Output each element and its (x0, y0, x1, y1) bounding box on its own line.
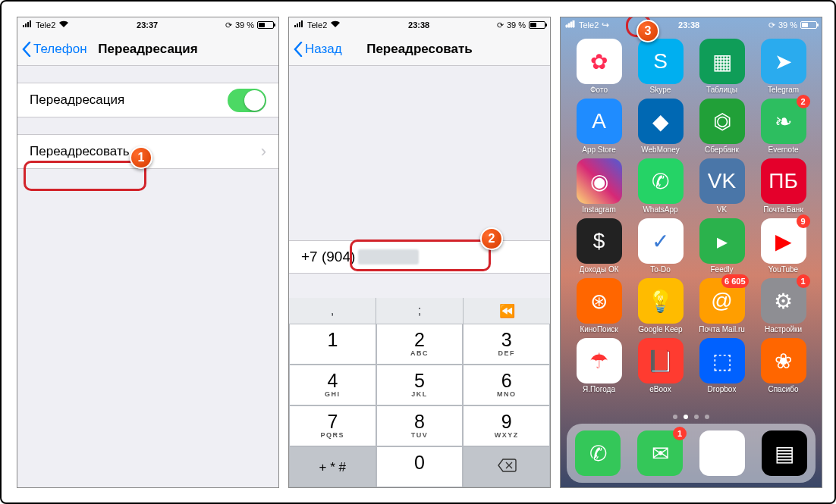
app-icon: ✆ (638, 158, 684, 204)
kp-key-2[interactable]: 2ABC (376, 324, 464, 365)
forwarding-toggle-row[interactable]: Переадресация (17, 83, 278, 117)
keypad-toolbar: , ; ⏪ (289, 298, 550, 324)
battery-label: 39 % (778, 20, 797, 30)
app-label: Почта Банк (763, 205, 803, 214)
app-Настройки[interactable]: ⚙1Настройки (754, 278, 812, 333)
app-Почта Банк[interactable]: ПБПочта Банк (754, 158, 812, 214)
app-label: Evernote (768, 146, 798, 154)
app-Почта Mail.ru[interactable]: @6 605Почта Mail.ru (693, 278, 751, 333)
status-bar: Tele2 ↪ 23:38 ⟳ 39 % (561, 17, 822, 33)
signal-icon (22, 20, 33, 30)
kp-key-1[interactable]: 1 (289, 324, 376, 365)
app-Evernote[interactable]: ❧2Evernote (754, 99, 812, 154)
app-Фото[interactable]: ✿Фото (570, 39, 628, 94)
app-Skype[interactable]: SSkype (631, 39, 690, 94)
kp-key-8[interactable]: 8TUV (376, 405, 464, 446)
kp-rewind-key[interactable]: ⏪ (464, 298, 550, 324)
forwarding-toggle-label: Переадресация (30, 92, 124, 108)
kp-pause-key[interactable]: , (289, 298, 376, 324)
app-label: Доходы ОК (580, 265, 619, 274)
app-eBoox[interactable]: 📕eBoox (631, 338, 690, 393)
app-YouTube[interactable]: ▶9YouTube (754, 218, 812, 274)
badge: 1 (673, 427, 687, 440)
app-icon: ◐ (699, 430, 745, 476)
app-Телефон[interactable]: ✆ (575, 430, 621, 476)
kp-wait-key[interactable]: ; (376, 298, 464, 324)
app-App Store[interactable]: AApp Store (570, 99, 628, 154)
kp-key-backspace[interactable] (463, 446, 550, 487)
app-label: Фото (590, 86, 608, 94)
app-icon: VK (699, 158, 745, 204)
app-Telegram[interactable]: ➤Telegram (754, 39, 812, 94)
app-label: Таблицы (706, 86, 737, 94)
app-WebMoney[interactable]: ◆WebMoney (631, 99, 690, 154)
badge: 6 605 (721, 274, 749, 288)
back-label: Телефон (33, 42, 87, 57)
kp-key-0[interactable]: 0 (376, 446, 464, 487)
chevron-right-icon: › (261, 142, 266, 161)
kp-key-symbols[interactable]: + * # (289, 446, 376, 487)
app-label: WhatsApp (643, 205, 677, 214)
app-Google Keep[interactable]: 💡Google Keep (631, 278, 690, 333)
app-label: КиноПоиск (580, 325, 618, 333)
app-icon: ▸ (699, 218, 745, 264)
clock-label: 23:38 (678, 20, 699, 30)
forwarding-switch-on[interactable] (228, 89, 266, 112)
battery-icon (529, 21, 545, 29)
kp-key-6[interactable]: 6MNO (463, 365, 550, 405)
app-Instagram[interactable]: ◉Instagram (570, 158, 628, 214)
app-icon: ▤ (762, 430, 807, 476)
app-Сбербанк[interactable]: ⏣Сбербанк (693, 99, 751, 154)
app-Сообщения[interactable]: ✉1 (637, 430, 683, 476)
back-button[interactable]: Телефон (22, 33, 87, 66)
app-icon: ⬚ (699, 338, 745, 383)
app-icon: S (638, 39, 684, 84)
app-label: Почта Mail.ru (699, 325, 745, 333)
kp-key-3[interactable]: 3DEF (463, 324, 550, 365)
signal-icon (294, 20, 304, 30)
app-Wallet[interactable]: ▤ (762, 430, 807, 476)
kp-key-7[interactable]: 7PQRS (289, 405, 376, 446)
app-icon: ⊛ (577, 278, 622, 324)
app-icon: ❀ (761, 338, 806, 383)
app-Chrome[interactable]: ◐ (699, 430, 745, 476)
app-Таблицы[interactable]: ▦Таблицы (693, 39, 751, 94)
back-label: Назад (305, 42, 342, 57)
app-icon: A (577, 99, 622, 144)
kp-key-9[interactable]: 9WXYZ (463, 405, 550, 446)
phone-number-input[interactable]: +7 (904) (289, 240, 550, 274)
kp-key-4[interactable]: 4GHI (289, 365, 376, 405)
app-label: YouTube (768, 265, 798, 274)
app-VK[interactable]: VKVK (693, 158, 751, 214)
page-indicator[interactable] (561, 415, 822, 419)
cell-group-toggle: Переадресация (17, 83, 278, 117)
app-label: Telegram (768, 86, 799, 94)
app-КиноПоиск[interactable]: ⊛КиноПоиск (570, 278, 628, 333)
app-icon: ⚙1 (761, 278, 806, 324)
app-WhatsApp[interactable]: ✆WhatsApp (631, 158, 690, 214)
signal-icon (565, 20, 576, 30)
app-icon: 💡 (638, 278, 684, 324)
backspace-icon (497, 459, 517, 475)
app-label: eBoox (649, 385, 671, 393)
app-icon: ⏣ (699, 99, 745, 144)
back-button[interactable]: Назад (294, 33, 342, 66)
app-Dropbox[interactable]: ⬚Dropbox (693, 338, 751, 393)
app-Feedly[interactable]: ▸Feedly (693, 218, 751, 274)
app-icon: ✓ (638, 218, 684, 264)
app-icon: ❧2 (761, 99, 806, 144)
wifi-icon (58, 20, 69, 30)
clock-label: 23:37 (137, 20, 158, 30)
app-Доходы ОК[interactable]: $Доходы ОК (570, 218, 628, 274)
phone-2-number-entry: Tele2 23:38 ⟳ 39 % Назад Переадресовать … (288, 17, 551, 488)
app-label: Настройки (765, 325, 802, 333)
app-To-Do[interactable]: ✓To-Do (631, 218, 690, 274)
app-icon: ◆ (638, 99, 684, 144)
wifi-icon (330, 20, 341, 30)
app-Спасибо[interactable]: ❀Спасибо (754, 338, 812, 393)
app-icon: ✆ (575, 430, 621, 476)
app-icon: ПБ (761, 158, 806, 204)
app-icon: ✉1 (637, 430, 683, 476)
app-Я.Погода[interactable]: ☂Я.Погода (570, 338, 628, 393)
kp-key-5[interactable]: 5JKL (376, 365, 464, 405)
